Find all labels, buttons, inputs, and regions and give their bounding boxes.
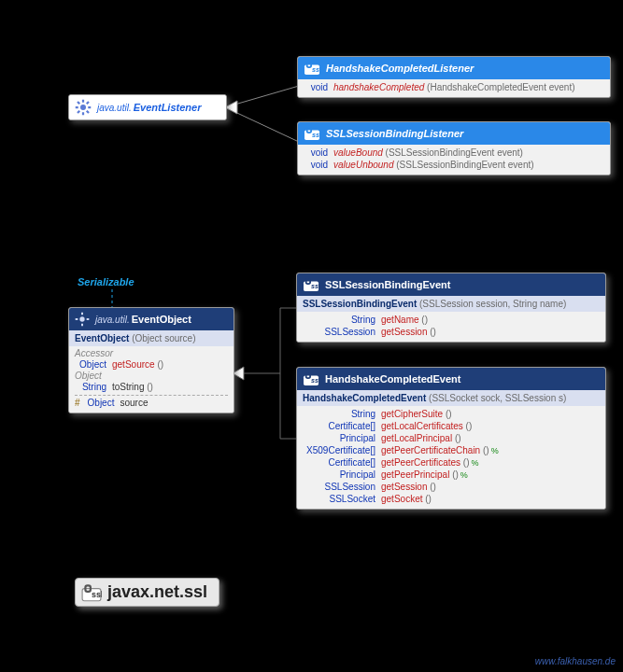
ssbe-box: ssl SSLSessionBindingEvent SSLSessionBin…: [296, 273, 606, 343]
method-row: String getName (): [303, 314, 600, 326]
method-name: getSession: [381, 482, 427, 492]
eventobject-header: java.util.EventObject: [69, 308, 234, 330]
package-name: javax.net.ssl: [107, 582, 207, 602]
ssl-icon: ssl: [81, 583, 102, 602]
method-row: void valueUnbound (SSLSessionBindingEven…: [304, 159, 604, 171]
ssl-icon: ssl: [304, 61, 320, 76]
gear-icon: [75, 312, 90, 327]
eventlistener-box: java.util.EventListener: [68, 94, 227, 120]
hce-title: HandshakeCompletedEvent: [325, 373, 460, 385]
gear-icon: [75, 99, 92, 116]
method-row: SSLSessiongetSession (): [303, 481, 600, 493]
throws-icon: %: [472, 458, 479, 468]
method-row: Object getSource (): [75, 358, 228, 371]
method-name: getLocalPrincipal: [381, 433, 452, 443]
method-row: String toString (): [75, 381, 228, 393]
ssbl-box: ssl SSLSessionBindingListener void value…: [297, 121, 611, 175]
ssbl-header: ssl SSLSessionBindingListener: [298, 122, 610, 145]
method-params: (): [446, 409, 452, 419]
svg-point-22: [79, 316, 84, 321]
svg-line-13: [87, 111, 89, 113]
hce-rows: StringgetCipherSuite ()Certificate[]getL…: [297, 406, 605, 509]
ssl-icon: ssl: [303, 277, 319, 292]
method-row: Certificate[]getPeerCertificates ()%: [303, 456, 600, 469]
hcl-header: ssl HandshakeCompletedListener: [298, 57, 610, 79]
credit-link[interactable]: www.falkhausen.de: [535, 656, 616, 666]
return-type: Certificate[]: [303, 421, 375, 431]
method-name: getLocalCertificates: [381, 421, 463, 431]
return-type: SSLSession: [303, 482, 375, 492]
method-params: (): [483, 445, 489, 455]
svg-line-12: [78, 102, 79, 104]
return-type: SSLSocket: [303, 494, 375, 504]
method-name: getCipherSuite: [381, 409, 443, 419]
method-name: getPeerCertificateChain: [381, 445, 480, 455]
method-row: PrincipalgetLocalPrincipal (): [303, 432, 600, 444]
field-row: # Object source: [75, 395, 228, 409]
svg-text:ssl: ssl: [312, 66, 320, 74]
object-label: Object: [75, 371, 228, 381]
return-type: Principal: [303, 469, 375, 480]
hcl-title: HandshakeCompletedListener: [326, 63, 474, 74]
svg-text:ssl: ssl: [92, 590, 102, 599]
hce-ctor: HandshakeCompletedEvent (SSLSocket sock,…: [297, 390, 605, 406]
method-row: SSLSocketgetSocket (): [303, 493, 600, 505]
ssbe-rows: String getName () SSLSession getSession …: [297, 312, 605, 342]
return-type: void: [304, 82, 328, 92]
method-params: (HandshakeCompletedEvent event): [427, 82, 574, 92]
hce-header: ssl HandshakeCompletedEvent: [297, 368, 605, 390]
method-name: getSocket: [381, 494, 422, 504]
svg-text:ssl: ssl: [311, 377, 319, 385]
hcl-box: ssl HandshakeCompletedListener void hand…: [297, 56, 611, 98]
method-params: (): [430, 482, 436, 492]
svg-point-7: [80, 105, 86, 110]
method-row: void handshakeCompleted (HandshakeComple…: [304, 81, 604, 93]
method-row: PrincipalgetPeerPrincipal ()%: [303, 469, 600, 481]
eventobject-title: java.util.EventObject: [95, 314, 191, 325]
method-params: (): [466, 421, 473, 431]
svg-text:ssl: ssl: [311, 283, 319, 290]
eventobject-box: java.util.EventObject EventObject (Objec…: [68, 307, 234, 413]
eventobject-rows: Accessor Object getSource () Object Stri…: [69, 346, 234, 413]
svg-rect-20: [307, 128, 311, 133]
ssl-icon: ssl: [303, 371, 319, 386]
method-name: getPeerCertificates: [381, 457, 460, 468]
method-row: Certificate[]getLocalCertificates (): [303, 420, 600, 432]
diagram-stage: java.util.EventListener ssl HandshakeCom…: [0, 0, 623, 672]
serializable-label: Serializable: [78, 276, 135, 287]
method-row: SSLSession getSession (): [303, 326, 600, 338]
throws-icon: %: [491, 446, 499, 455]
method-row: StringgetCipherSuite (): [303, 408, 600, 420]
ssbe-header: ssl SSLSessionBindingEvent: [297, 273, 605, 296]
method-params: (): [455, 433, 461, 443]
eventobject-ctor: EventObject (Object source): [69, 330, 234, 346]
eventlistener-name: EventListener: [134, 102, 202, 113]
return-type: X509Certificate[]: [303, 445, 375, 455]
svg-text:ssl: ssl: [312, 132, 320, 139]
ssbe-title: SSLSessionBindingEvent: [325, 279, 450, 290]
method-row: X509Certificate[]getPeerCertificateChain…: [303, 444, 600, 456]
ssbl-rows: void valueBound (SSLSessionBindingEvent …: [298, 145, 610, 175]
eventlistener-title: java.util.EventListener: [97, 102, 201, 113]
svg-rect-17: [307, 63, 311, 67]
hcl-rows: void handshakeCompleted (HandshakeComple…: [298, 79, 610, 97]
method-params: (): [463, 457, 470, 468]
package-badge: ssl javax.net.ssl: [75, 578, 219, 607]
method-params: (): [452, 469, 459, 480]
method-params: (): [425, 494, 432, 504]
svg-line-14: [78, 111, 79, 113]
method-name: handshakeCompleted: [333, 82, 424, 92]
throws-icon: %: [460, 470, 468, 480]
return-type: String: [303, 409, 375, 419]
ssbe-ctor: SSLSessionBindingEvent (SSLSession sessi…: [297, 296, 605, 312]
return-type: Certificate[]: [303, 457, 375, 468]
eventlistener-pkg: java.util.: [97, 103, 132, 113]
return-type: Principal: [303, 433, 375, 443]
svg-line-15: [87, 102, 89, 104]
ssl-icon: ssl: [304, 126, 320, 141]
method-row: void valueBound (SSLSessionBindingEvent …: [304, 147, 604, 159]
accessor-label: Accessor: [75, 348, 228, 358]
hce-box: ssl HandshakeCompletedEvent HandshakeCom…: [296, 367, 606, 510]
ssbl-title: SSLSessionBindingListener: [326, 128, 463, 139]
method-name: getPeerPrincipal: [381, 469, 449, 480]
